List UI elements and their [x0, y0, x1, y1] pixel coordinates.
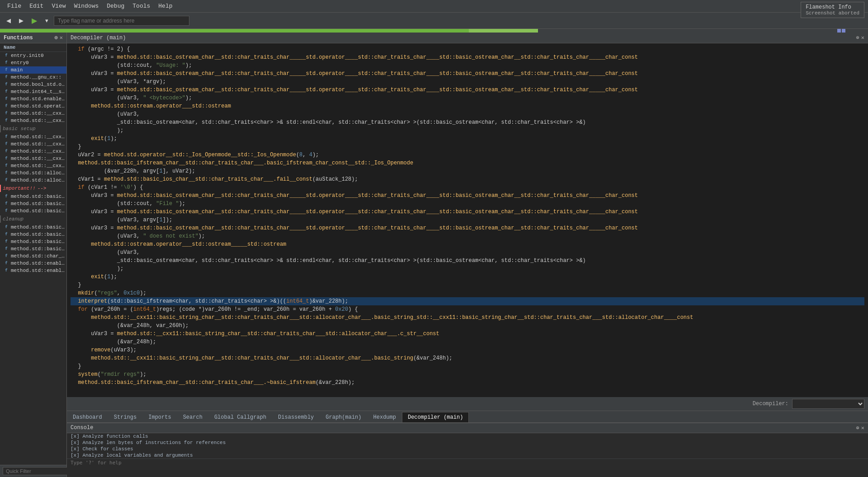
code-line: if (argc != 2) { — [71, 45, 864, 53]
tab-strings[interactable]: Strings — [108, 412, 142, 422]
func-item-bool-std[interactable]: f method.bool_std.ope — [0, 81, 66, 88]
tab-search[interactable]: Search — [177, 412, 208, 422]
decompiler-pin-icon[interactable]: ⊕ — [856, 34, 859, 41]
code-line: (&var_248h, var_260h); — [71, 322, 864, 330]
console-pin-icon[interactable]: ⊕ — [856, 425, 859, 431]
func-icon: f — [4, 60, 9, 65]
console-line-4: [x] Analyze local variables and argument… — [67, 452, 868, 458]
menu-edit[interactable]: Edit — [26, 2, 47, 10]
func-item-entry0[interactable]: f entry0 — [0, 59, 66, 66]
func-item-int64[interactable]: f method.int64_t__std — [0, 88, 66, 95]
decompiler-select[interactable] — [792, 399, 864, 409]
menu-debug[interactable]: Debug — [103, 2, 128, 10]
functions-header-icons: ⊕ ✕ — [55, 34, 63, 41]
code-line: (uVar3, — [71, 110, 864, 118]
func-item-gnu-cx[interactable]: f method.__gnu_cx:: — [0, 74, 66, 81]
func-item-basic-ic[interactable]: f method.std::basic_ic — [0, 207, 66, 215]
quick-filter-input[interactable] — [3, 467, 71, 475]
decompiler-close-icon[interactable]: ✕ — [861, 34, 864, 41]
func-item-basic-of-1[interactable]: f method.std::basic_of — [0, 224, 66, 231]
main-content: Functions ⊕ ✕ Name f entry.init0 f entry… — [0, 33, 868, 477]
func-item-cxx11-2[interactable]: f method.std::__cxx11 — [0, 117, 66, 124]
func-icon: f — [4, 82, 9, 87]
menubar: File Edit View Windows Debug Tools Help — [0, 0, 868, 13]
func-icon: f — [4, 246, 9, 252]
run-dropdown-button[interactable]: ▾ — [42, 16, 51, 25]
code-line: method.std::basic_ifstream_char__std::ch… — [71, 159, 864, 167]
func-item-std-operator[interactable]: f method.std.operator — [0, 103, 66, 110]
code-line: (uVar3, *argv); — [71, 78, 864, 86]
func-item-cxx11-4[interactable]: f method.std::__cxx11 — [0, 140, 66, 148]
decompiler-header-icons: ⊕ ✕ — [856, 34, 864, 41]
forward-button[interactable]: ▶ — [16, 16, 26, 25]
tab-graph-main[interactable]: Graph(main) — [320, 412, 367, 422]
code-line: (&var_228h, argv[1], uVar2); — [71, 167, 864, 175]
address-input[interactable] — [54, 16, 189, 26]
func-icon: f — [4, 253, 9, 259]
func-item-entry-init0[interactable]: f entry.init0 — [0, 52, 66, 59]
func-item-cxx11-3[interactable]: f method.std::__cxx11 — [0, 133, 66, 140]
code-line: method.std::__cxx11::basic_string_char__… — [71, 313, 864, 322]
func-item-cxx11-5[interactable]: f method.std::__cxx11 — [0, 148, 66, 155]
annotation-cleanup: cleanup — [0, 215, 66, 223]
functions-pin-icon[interactable]: ⊕ — [55, 34, 58, 41]
func-icon: f — [4, 134, 9, 140]
functions-close-icon[interactable]: ✕ — [60, 34, 63, 41]
back-button[interactable]: ◀ — [4, 16, 14, 25]
func-item-basic-os-2[interactable]: f method.std::basic_os — [0, 245, 66, 253]
console-title: Console — [71, 425, 93, 431]
menu-file[interactable]: File — [4, 2, 25, 10]
func-item-cxx11-7[interactable]: f method.std::__cxx11 — [0, 162, 66, 169]
console-area: Console ⊕ ✕ [x] Analyze function calls [… — [67, 423, 868, 477]
tab-disassembly[interactable]: Disassembly — [272, 412, 320, 422]
code-line: uVar2 = method.std.operator__std::_Ios_O… — [71, 151, 864, 159]
tab-imports[interactable]: Imports — [142, 412, 177, 422]
tab-decompiler-main[interactable]: Decompiler (main) — [402, 412, 469, 422]
code-line: cVar1 = method.std::basic_ios_char__std:… — [71, 175, 864, 183]
code-line: } — [71, 143, 864, 151]
func-icon: f — [4, 170, 9, 176]
flameshot-subtitle: Screenshot aborted — [806, 10, 859, 16]
func-item-enable-1[interactable]: f method.std::enable_ — [0, 260, 66, 267]
code-area[interactable]: if (argc != 2) { uVar3 = method.std::bas… — [67, 43, 868, 397]
code-line: (uVar3, — [71, 248, 864, 257]
menu-view[interactable]: View — [48, 2, 69, 10]
console-line-1: [x] Analyze function calls — [67, 433, 868, 440]
func-item-enable-i[interactable]: f method.std.enable_i — [0, 95, 66, 103]
func-item-allocato-1[interactable]: f method.std::allocato — [0, 169, 66, 177]
tab-hexdump[interactable]: Hexdump — [368, 412, 402, 422]
code-line: } — [71, 281, 864, 289]
code-line: ); — [71, 126, 864, 135]
func-item-char-tra[interactable]: f method.std::char_tra — [0, 253, 66, 260]
tab-global-callgraph[interactable]: Global Callgraph — [208, 412, 272, 422]
functions-panel: Functions ⊕ ✕ Name f entry.init0 f entry… — [0, 33, 67, 477]
menu-tools[interactable]: Tools — [129, 2, 154, 10]
func-item-main[interactable]: f main — [0, 66, 66, 74]
func-item-cxx11-6[interactable]: f method.std::__cxx11 — [0, 155, 66, 162]
func-item-basic-os-1[interactable]: f method.std::basic_os — [0, 238, 66, 245]
console-close-icon[interactable]: ✕ — [861, 425, 864, 431]
code-line: uVar3 = method.std::basic_ostream_char__… — [71, 86, 864, 94]
code-line: method.std::__cxx11::basic_string_char__… — [71, 354, 864, 362]
progress-bar — [0, 29, 868, 33]
func-item-basic-is[interactable]: f method.std::basic_is — [0, 200, 66, 207]
flameshot-info-box: Flameshot Info Screenshot aborted — [801, 2, 864, 18]
tab-dashboard[interactable]: Dashboard — [67, 412, 108, 422]
code-line: exit(1); — [71, 135, 864, 143]
func-item-cxx11-1[interactable]: f method.std::__cxx11 — [0, 110, 66, 117]
console-input-line — [67, 458, 868, 467]
func-icon: f — [4, 239, 9, 244]
func-item-enable-2[interactable]: f method.std::enable_ — [0, 267, 66, 274]
code-line: _std::basic_ostream<char, std::char_trai… — [71, 118, 864, 126]
func-item-allocato-2[interactable]: f method.std::allocato — [0, 177, 66, 184]
code-line: (uVar3, " <bytecode>"); — [71, 94, 864, 102]
menu-help[interactable]: Help — [155, 2, 176, 10]
code-line: (uVar3, " does not exist"); — [71, 232, 864, 240]
console-input[interactable] — [71, 460, 864, 466]
decompiler-header: Decompiler (main) ⊕ ✕ — [67, 33, 868, 43]
menu-windows[interactable]: Windows — [71, 2, 103, 10]
run-button[interactable]: ▶ — [29, 15, 40, 26]
functions-list: f entry.init0 f entry0 f main f method._… — [0, 52, 66, 465]
func-item-basic-of-2[interactable]: f method.std::basic_of — [0, 231, 66, 238]
func-item-basic-if[interactable]: f method.std::basic_if — [0, 193, 66, 200]
